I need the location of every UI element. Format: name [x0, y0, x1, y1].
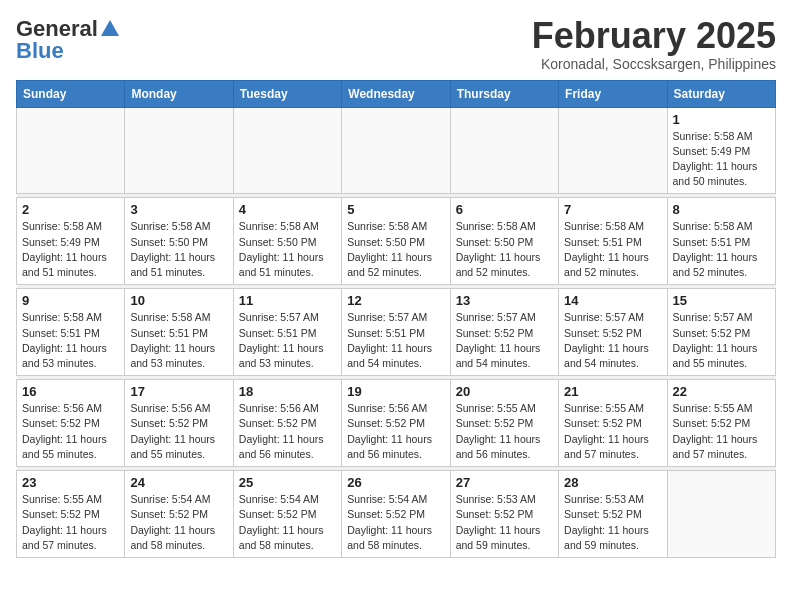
calendar-cell: 5Sunrise: 5:58 AM Sunset: 5:50 PM Daylig…: [342, 198, 450, 285]
day-number: 18: [239, 384, 336, 399]
calendar-week-row: 23Sunrise: 5:55 AM Sunset: 5:52 PM Dayli…: [17, 471, 776, 558]
day-number: 24: [130, 475, 227, 490]
day-number: 11: [239, 293, 336, 308]
calendar-cell: 23Sunrise: 5:55 AM Sunset: 5:52 PM Dayli…: [17, 471, 125, 558]
month-year-title: February 2025: [532, 16, 776, 56]
day-number: 5: [347, 202, 444, 217]
calendar-table: SundayMondayTuesdayWednesdayThursdayFrid…: [16, 80, 776, 558]
col-header-thursday: Thursday: [450, 80, 558, 107]
day-info: Sunrise: 5:58 AM Sunset: 5:50 PM Dayligh…: [456, 219, 553, 280]
calendar-cell: 8Sunrise: 5:58 AM Sunset: 5:51 PM Daylig…: [667, 198, 775, 285]
calendar-week-row: 1Sunrise: 5:58 AM Sunset: 5:49 PM Daylig…: [17, 107, 776, 194]
calendar-cell: 4Sunrise: 5:58 AM Sunset: 5:50 PM Daylig…: [233, 198, 341, 285]
logo-icon: [99, 18, 121, 40]
svg-marker-0: [101, 20, 119, 36]
day-info: Sunrise: 5:55 AM Sunset: 5:52 PM Dayligh…: [673, 401, 770, 462]
day-info: Sunrise: 5:57 AM Sunset: 5:51 PM Dayligh…: [347, 310, 444, 371]
day-number: 14: [564, 293, 661, 308]
calendar-cell: 9Sunrise: 5:58 AM Sunset: 5:51 PM Daylig…: [17, 289, 125, 376]
day-info: Sunrise: 5:58 AM Sunset: 5:51 PM Dayligh…: [130, 310, 227, 371]
calendar-cell: 19Sunrise: 5:56 AM Sunset: 5:52 PM Dayli…: [342, 380, 450, 467]
day-number: 3: [130, 202, 227, 217]
day-number: 20: [456, 384, 553, 399]
calendar-cell: [233, 107, 341, 194]
day-number: 25: [239, 475, 336, 490]
calendar-cell: 10Sunrise: 5:58 AM Sunset: 5:51 PM Dayli…: [125, 289, 233, 376]
calendar-header-row: SundayMondayTuesdayWednesdayThursdayFrid…: [17, 80, 776, 107]
day-info: Sunrise: 5:57 AM Sunset: 5:52 PM Dayligh…: [564, 310, 661, 371]
day-number: 10: [130, 293, 227, 308]
calendar-cell: 6Sunrise: 5:58 AM Sunset: 5:50 PM Daylig…: [450, 198, 558, 285]
calendar-cell: 25Sunrise: 5:54 AM Sunset: 5:52 PM Dayli…: [233, 471, 341, 558]
day-number: 9: [22, 293, 119, 308]
calendar-cell: 1Sunrise: 5:58 AM Sunset: 5:49 PM Daylig…: [667, 107, 775, 194]
calendar-cell: 26Sunrise: 5:54 AM Sunset: 5:52 PM Dayli…: [342, 471, 450, 558]
day-number: 13: [456, 293, 553, 308]
calendar-cell: 16Sunrise: 5:56 AM Sunset: 5:52 PM Dayli…: [17, 380, 125, 467]
col-header-tuesday: Tuesday: [233, 80, 341, 107]
day-info: Sunrise: 5:54 AM Sunset: 5:52 PM Dayligh…: [239, 492, 336, 553]
day-info: Sunrise: 5:55 AM Sunset: 5:52 PM Dayligh…: [564, 401, 661, 462]
day-info: Sunrise: 5:54 AM Sunset: 5:52 PM Dayligh…: [347, 492, 444, 553]
calendar-cell: 18Sunrise: 5:56 AM Sunset: 5:52 PM Dayli…: [233, 380, 341, 467]
day-info: Sunrise: 5:58 AM Sunset: 5:51 PM Dayligh…: [673, 219, 770, 280]
day-number: 28: [564, 475, 661, 490]
calendar-cell: [559, 107, 667, 194]
location-subtitle: Koronadal, Soccsksargen, Philippines: [532, 56, 776, 72]
col-header-monday: Monday: [125, 80, 233, 107]
calendar-cell: 22Sunrise: 5:55 AM Sunset: 5:52 PM Dayli…: [667, 380, 775, 467]
logo-blue-text: Blue: [16, 38, 64, 64]
day-info: Sunrise: 5:58 AM Sunset: 5:49 PM Dayligh…: [673, 129, 770, 190]
day-number: 17: [130, 384, 227, 399]
day-number: 15: [673, 293, 770, 308]
day-info: Sunrise: 5:57 AM Sunset: 5:52 PM Dayligh…: [456, 310, 553, 371]
calendar-week-row: 16Sunrise: 5:56 AM Sunset: 5:52 PM Dayli…: [17, 380, 776, 467]
calendar-cell: [450, 107, 558, 194]
day-info: Sunrise: 5:56 AM Sunset: 5:52 PM Dayligh…: [130, 401, 227, 462]
day-info: Sunrise: 5:58 AM Sunset: 5:50 PM Dayligh…: [347, 219, 444, 280]
day-number: 19: [347, 384, 444, 399]
col-header-saturday: Saturday: [667, 80, 775, 107]
day-number: 26: [347, 475, 444, 490]
calendar-cell: 21Sunrise: 5:55 AM Sunset: 5:52 PM Dayli…: [559, 380, 667, 467]
day-number: 16: [22, 384, 119, 399]
day-number: 1: [673, 112, 770, 127]
day-number: 23: [22, 475, 119, 490]
day-number: 22: [673, 384, 770, 399]
calendar-week-row: 9Sunrise: 5:58 AM Sunset: 5:51 PM Daylig…: [17, 289, 776, 376]
calendar-cell: [125, 107, 233, 194]
day-info: Sunrise: 5:58 AM Sunset: 5:49 PM Dayligh…: [22, 219, 119, 280]
day-number: 12: [347, 293, 444, 308]
col-header-friday: Friday: [559, 80, 667, 107]
calendar-cell: 27Sunrise: 5:53 AM Sunset: 5:52 PM Dayli…: [450, 471, 558, 558]
calendar-cell: 24Sunrise: 5:54 AM Sunset: 5:52 PM Dayli…: [125, 471, 233, 558]
day-info: Sunrise: 5:58 AM Sunset: 5:51 PM Dayligh…: [22, 310, 119, 371]
calendar-cell: [342, 107, 450, 194]
day-info: Sunrise: 5:54 AM Sunset: 5:52 PM Dayligh…: [130, 492, 227, 553]
day-info: Sunrise: 5:55 AM Sunset: 5:52 PM Dayligh…: [22, 492, 119, 553]
day-number: 4: [239, 202, 336, 217]
calendar-cell: [17, 107, 125, 194]
day-number: 8: [673, 202, 770, 217]
calendar-cell: [667, 471, 775, 558]
calendar-week-row: 2Sunrise: 5:58 AM Sunset: 5:49 PM Daylig…: [17, 198, 776, 285]
day-number: 2: [22, 202, 119, 217]
title-block: February 2025 Koronadal, Soccsksargen, P…: [532, 16, 776, 72]
day-info: Sunrise: 5:56 AM Sunset: 5:52 PM Dayligh…: [22, 401, 119, 462]
col-header-sunday: Sunday: [17, 80, 125, 107]
day-info: Sunrise: 5:57 AM Sunset: 5:52 PM Dayligh…: [673, 310, 770, 371]
col-header-wednesday: Wednesday: [342, 80, 450, 107]
logo: General Blue: [16, 16, 121, 64]
calendar-cell: 3Sunrise: 5:58 AM Sunset: 5:50 PM Daylig…: [125, 198, 233, 285]
day-info: Sunrise: 5:58 AM Sunset: 5:50 PM Dayligh…: [239, 219, 336, 280]
day-info: Sunrise: 5:56 AM Sunset: 5:52 PM Dayligh…: [239, 401, 336, 462]
day-number: 27: [456, 475, 553, 490]
day-number: 21: [564, 384, 661, 399]
day-info: Sunrise: 5:57 AM Sunset: 5:51 PM Dayligh…: [239, 310, 336, 371]
day-info: Sunrise: 5:55 AM Sunset: 5:52 PM Dayligh…: [456, 401, 553, 462]
calendar-cell: 11Sunrise: 5:57 AM Sunset: 5:51 PM Dayli…: [233, 289, 341, 376]
day-number: 6: [456, 202, 553, 217]
calendar-cell: 14Sunrise: 5:57 AM Sunset: 5:52 PM Dayli…: [559, 289, 667, 376]
day-info: Sunrise: 5:53 AM Sunset: 5:52 PM Dayligh…: [456, 492, 553, 553]
calendar-cell: 13Sunrise: 5:57 AM Sunset: 5:52 PM Dayli…: [450, 289, 558, 376]
